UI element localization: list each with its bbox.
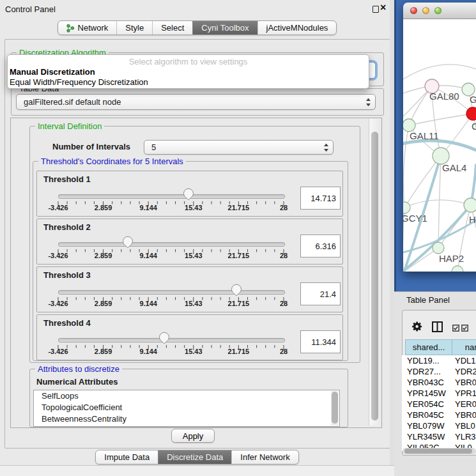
table-body: YDL19...YDL1YDR27...YDR2YBR043CYBR0YPR14… [402,355,476,451]
cell-shared-name: YBR043C [407,377,444,388]
slider-thumb[interactable] [158,332,170,344]
table-row[interactable]: YLR345WYLR3 [402,431,476,442]
group-title: Threshold's Coordinates for 5 Intervals [38,156,186,167]
tick-label: 2.859 [81,252,126,259]
zoom-traffic-light-icon[interactable] [434,7,441,14]
column-header-shared-[interactable]: shared... [405,339,452,355]
tick-label: 9.144 [126,252,171,259]
network-icon [66,24,75,33]
checkbox-icon[interactable] [452,324,459,334]
cell-name: YLR3 [455,431,476,442]
checkbox-icon[interactable] [461,324,468,334]
scrollbar-thumb[interactable] [404,449,472,454]
popup-item-equal-width-frequency-discretization[interactable]: Equal Width/Frequency Discretization [10,77,148,87]
slider-track[interactable] [58,338,285,342]
float-panel-icon[interactable] [372,6,379,13]
tab-label: Select [161,23,184,33]
cell-name: YER0 [455,399,476,410]
apply-button[interactable]: Apply [171,429,215,443]
split-columns-icon[interactable] [432,321,443,334]
number-of-intervals-combo[interactable]: 5 [144,140,334,155]
network-node-node[interactable] [452,266,463,272]
tick-label: 9.144 [126,348,171,355]
slider-track[interactable] [58,290,285,295]
table-row[interactable]: YDR27...YDR2 [402,366,476,377]
close-icon[interactable]: × [380,2,386,13]
popup-item-manual-discretization[interactable]: Manual Discretization [10,67,95,77]
network-node-h[interactable] [464,198,476,212]
horizontal-scrollbar[interactable] [403,448,476,454]
tab-infer-network[interactable]: Infer Network [231,450,298,464]
tab-network[interactable]: Network [58,21,117,35]
slider-track[interactable] [58,242,285,247]
tick-label: 2.859 [81,300,126,307]
tab-set: Impute DataDiscretize DataInfer Network [95,450,298,464]
node-label: C [472,121,476,132]
tick-label: 15.43 [171,348,216,355]
tab-impute-data[interactable]: Impute Data [96,450,158,464]
table-row[interactable]: YPR145WYPR1 [402,388,476,399]
tab-style[interactable]: Style [116,21,152,35]
tick-label: 28 [261,204,306,211]
tab-cyni-toolbox[interactable]: Cyni Toolbox [192,21,257,35]
threshold-value-field[interactable]: 14.713 [300,187,341,210]
cell-name: YDR2 [455,366,476,377]
column-header-name[interactable]: name [452,339,476,355]
panel-title: Control Panel [5,4,56,14]
threshold-2-box: Threshold 2-3.4262.8599.14415.4321.71528… [36,219,343,265]
minimize-traffic-light-icon[interactable] [422,7,429,14]
network-node-gcy1[interactable] [403,202,410,213]
tab-label: jActiveMNodules [266,23,328,33]
threshold-4-box: Threshold 4-3.4262.8599.14415.4321.71528… [36,314,343,360]
network-node-gal11[interactable] [403,119,415,132]
threshold-value-field[interactable]: 11.344 [300,330,341,353]
node-label: GAL11 [410,130,439,141]
control-panel-titlebar: Control Panel × [0,0,394,18]
cell-name: YDL1 [455,355,476,366]
attributes-list[interactable]: SelfLoopsTopologicalCoefficientBetweenne… [33,390,340,427]
table-row[interactable]: YDL19...YDL1 [402,355,476,366]
list-item-betweennesscentrality[interactable]: BetweennessCentrality [34,413,339,425]
table-panel-title: Table Panel [406,295,450,305]
scrollbar-thumb[interactable] [371,132,378,420]
network-canvas[interactable]: GAL80GACGAL11GAL4GCY1HHAP2 [403,19,476,272]
spinner-icon [324,143,328,151]
tab-select[interactable]: Select [152,21,192,35]
tick-label: 2.859 [81,348,126,355]
tick-label: 2.859 [81,204,126,211]
tick-label: 21.715 [216,204,261,211]
panel-splitter[interactable] [390,0,394,476]
scrollbar-thumb[interactable] [332,392,338,424]
slider-thumb[interactable] [231,284,242,296]
gear-icon[interactable] [411,321,423,334]
table-data-combo[interactable]: galFiltered.sif default node [16,94,376,110]
tab-label: Style [125,23,144,33]
network-node-hap2[interactable] [433,242,444,254]
tick-label: 15.43 [171,252,216,259]
table-row[interactable]: YBL079WYBL0 [402,420,476,431]
threshold-value-field[interactable]: 6.316 [300,234,341,257]
vertical-scrollbar[interactable] [369,119,381,426]
table-row[interactable]: YBR045CYBR0 [402,410,476,420]
node-label: H [469,214,476,225]
cell-shared-name: YER054C [407,399,444,410]
table-row[interactable]: YER054CYER0 [402,399,476,410]
threshold-value-field[interactable]: 21.4 [300,282,341,305]
list-item-selfloops[interactable]: SelfLoops [34,390,339,402]
list-item-topologicalcoefficient[interactable]: TopologicalCoefficient [34,402,339,413]
tab-discretize-data[interactable]: Discretize Data [158,450,231,464]
network-window-titlebar[interactable] [403,3,476,19]
network-view-window: GAL80GACGAL11GAL4GCY1HHAP2 [403,3,476,272]
combo-value: 5 [151,142,156,152]
slider-thumb[interactable] [183,188,194,201]
node-label: GA [470,94,476,105]
list-scrollbar[interactable] [331,391,339,426]
network-node-c[interactable] [466,107,476,120]
tick-label: 28 [261,348,306,355]
tab-jactivemnodules[interactable]: jActiveMNodules [257,21,337,35]
slider-track[interactable] [58,194,285,199]
table-row[interactable]: YBR043CYBR0 [402,377,476,388]
cell-shared-name: YBR045C [407,410,444,420]
slider-thumb[interactable] [122,236,134,249]
close-traffic-light-icon[interactable] [410,7,417,14]
